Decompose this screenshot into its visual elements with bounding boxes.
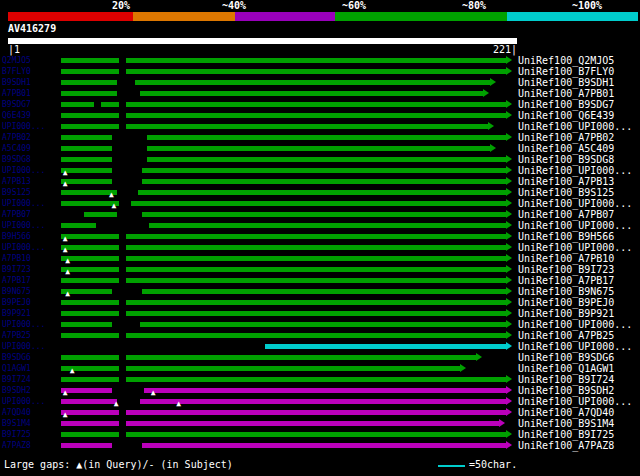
alignment-bar[interactable]	[61, 58, 506, 63]
hit-id-left-label: A7QD40	[2, 408, 31, 417]
scale-label: ~60%	[342, 0, 366, 11]
hit-label[interactable]: UniRef100_UPI000...	[518, 198, 632, 209]
alignment-bar[interactable]	[61, 388, 506, 393]
hit-label[interactable]: UniRef100_B9SDG8	[518, 154, 614, 165]
alignment-bar[interactable]	[61, 135, 506, 140]
hit-id-left-label: A5C409	[2, 144, 31, 153]
hit-label[interactable]: UniRef100_UPI000...	[518, 396, 632, 407]
alignment-arrowhead	[506, 210, 512, 218]
alignment-arrowhead	[506, 100, 512, 108]
hit-label[interactable]: UniRef100_A7PB01	[518, 88, 614, 99]
hit-label[interactable]: UniRef100_B9I725	[518, 429, 614, 440]
alignment-bar[interactable]	[61, 102, 506, 107]
hit-label[interactable]: UniRef100_B9I724	[518, 374, 614, 385]
alignment-bar[interactable]	[61, 355, 476, 360]
alignment-arrowhead	[506, 221, 512, 229]
alignment-gap	[119, 366, 126, 371]
hit-label[interactable]: UniRef100_A7PB07	[518, 209, 614, 220]
alignment-gap	[119, 355, 126, 360]
hit-id-left-label: B9SDH2	[2, 386, 31, 395]
alignment-bar[interactable]	[61, 377, 506, 382]
hit-label[interactable]: UniRef100_Q6E439	[518, 110, 614, 121]
hit-label[interactable]: UniRef100_B9S1M4	[518, 418, 614, 429]
hit-label[interactable]: UniRef100_A7PB25	[518, 330, 614, 341]
alignment-bar[interactable]	[61, 256, 506, 261]
alignment-row: Q1AGW1▲UniRef100_Q1AGW1	[0, 363, 640, 374]
alignment-bar[interactable]	[61, 432, 506, 437]
alignment-bar[interactable]	[61, 443, 506, 448]
alignment-arrowhead	[506, 309, 512, 317]
hit-label[interactable]: UniRef100_B9SDH2	[518, 385, 614, 396]
alignment-bar[interactable]	[61, 421, 499, 426]
hit-label[interactable]: UniRef100_A5C409	[518, 143, 614, 154]
alignment-row: A7PB02UniRef100_A7PB02	[0, 132, 640, 143]
alignment-bar[interactable]	[61, 234, 506, 239]
alignment-bar[interactable]	[61, 223, 506, 228]
hit-id-left-label: UPI000...	[2, 199, 45, 208]
alignment-bar[interactable]	[61, 69, 506, 74]
hit-label[interactable]: UniRef100_UPI000...	[518, 165, 632, 176]
alignment-gap	[119, 124, 126, 129]
alignment-bar[interactable]	[61, 410, 506, 415]
legend-scale-line	[438, 465, 465, 467]
hit-label[interactable]: UniRef100_A7PAZ8	[518, 440, 614, 451]
alignment-gap	[112, 135, 147, 140]
alignment-bar[interactable]	[61, 245, 506, 250]
alignment-bar[interactable]	[61, 190, 506, 195]
legend-gaps-text: Large gaps: ▲(in Query)/- (in Subject)	[4, 459, 233, 471]
hit-label[interactable]: UniRef100_A7QD40	[518, 407, 614, 418]
hit-label[interactable]: UniRef100_B9PEJ0	[518, 297, 614, 308]
hit-label[interactable]: UniRef100_B9I723	[518, 264, 614, 275]
alignment-gap	[119, 201, 131, 206]
alignment-bar[interactable]	[61, 333, 506, 338]
hit-label[interactable]: UniRef100_B9N675	[518, 286, 614, 297]
hit-label[interactable]: UniRef100_UPI000...	[518, 220, 632, 231]
hit-label[interactable]: UniRef100_B9SDG7	[518, 99, 614, 110]
alignment-arrowhead	[506, 133, 512, 141]
alignment-arrowhead	[506, 56, 512, 64]
hit-label[interactable]: UniRef100_UPI000...	[518, 121, 632, 132]
hit-id-left-label: B9I725	[2, 430, 31, 439]
alignment-gap	[119, 410, 126, 415]
alignment-bar[interactable]	[61, 300, 506, 305]
alignment-bar[interactable]	[61, 168, 506, 173]
alignment-bar[interactable]	[61, 322, 506, 327]
hit-label[interactable]: UniRef100_UPI000...	[518, 341, 632, 352]
alignment-row: UPI000...UniRef100_UPI000...	[0, 121, 640, 132]
identity-segment-orange	[133, 12, 235, 21]
hit-label[interactable]: UniRef100_A7PB02	[518, 132, 614, 143]
hit-label[interactable]: UniRef100_UPI000...	[518, 319, 632, 330]
alignment-bar[interactable]	[61, 289, 506, 294]
alignment-bar[interactable]	[61, 267, 506, 272]
alignment-bar[interactable]	[61, 366, 460, 371]
alignment-bar[interactable]	[61, 179, 506, 184]
alignment-bar[interactable]	[61, 80, 490, 85]
alignment-arrowhead	[506, 320, 512, 328]
alignment-bar[interactable]	[61, 157, 506, 162]
alignment-bar[interactable]	[265, 344, 507, 349]
hit-label[interactable]: UniRef100_Q2MJO5	[518, 55, 614, 66]
alignment-bar[interactable]	[61, 113, 506, 118]
alignment-bar[interactable]	[61, 124, 488, 129]
hit-label[interactable]: UniRef100_B9S125	[518, 187, 614, 198]
hit-label[interactable]: UniRef100_A7PB10	[518, 253, 614, 264]
alignment-bar[interactable]	[61, 278, 506, 283]
hit-label[interactable]: UniRef100_UPI000...	[518, 242, 632, 253]
hit-label[interactable]: UniRef100_A7PB17	[518, 275, 614, 286]
alignment-bar[interactable]	[61, 311, 506, 316]
alignment-bar[interactable]	[61, 399, 506, 404]
hit-label[interactable]: UniRef100_B9P921	[518, 308, 614, 319]
hit-label[interactable]: UniRef100_B7FLY0	[518, 66, 614, 77]
alignment-gap	[112, 388, 144, 393]
alignment-bar[interactable]	[61, 146, 490, 151]
hit-label[interactable]: UniRef100_A7PB13	[518, 176, 614, 187]
hit-label[interactable]: UniRef100_B9SDH1	[518, 77, 614, 88]
alignment-bar[interactable]	[84, 212, 506, 217]
alignment-bar[interactable]	[61, 91, 483, 96]
hit-label[interactable]: UniRef100_Q1AGW1	[518, 363, 614, 374]
hit-label[interactable]: UniRef100_B9SDG6	[518, 352, 614, 363]
legend-scale-text: =50char.	[469, 459, 517, 471]
hit-label[interactable]: UniRef100_B9H566	[518, 231, 614, 242]
alignment-row: A7PB17UniRef100_A7PB17	[0, 275, 640, 286]
alignment-bar[interactable]	[61, 201, 506, 206]
